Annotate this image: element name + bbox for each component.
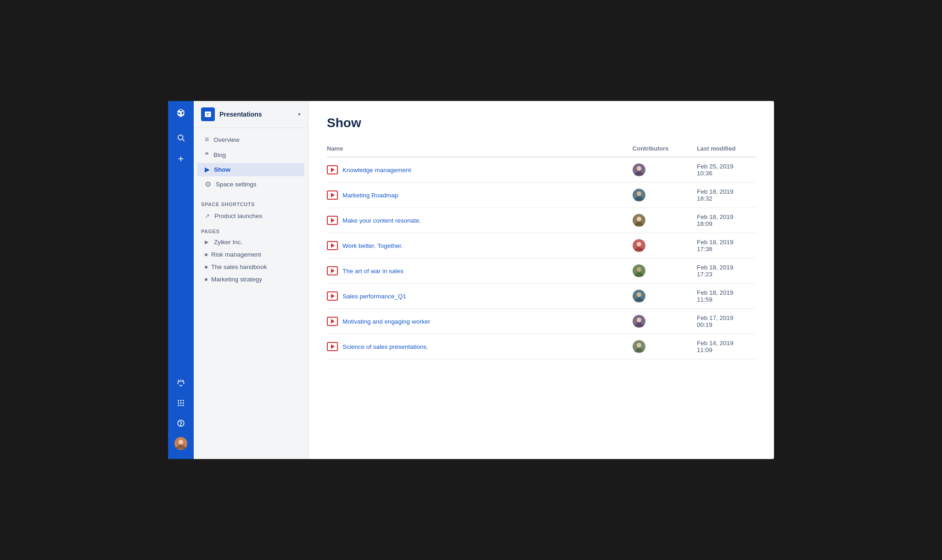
svg-point-19 — [637, 166, 641, 171]
chevron-down-icon: ▾ — [298, 111, 301, 118]
apps-icon[interactable] — [174, 397, 187, 409]
page-item-marketing-strategy[interactable]: Marketing strategy — [194, 273, 308, 286]
contributor-cell — [627, 233, 691, 258]
svg-rect-6 — [183, 400, 184, 401]
presentation-icon — [327, 266, 338, 275]
file-name-cell: Science of sales presentations. — [327, 334, 627, 359]
sidebar-nav: ≡ Overview ❝ Blog ▶ Show ⚙ Space setting… — [194, 128, 308, 196]
presentation-icon — [327, 317, 338, 326]
sidebar-item-overview-label: Overview — [213, 136, 239, 143]
table-row: Make your content resonate. Feb 18, 2019… — [327, 208, 756, 233]
search-icon[interactable] — [174, 131, 187, 144]
file-link[interactable]: Sales performance_Q1 — [342, 293, 406, 300]
presentations-table: Name Contributors Last modified Knowledg… — [327, 141, 756, 359]
contributor-cell — [627, 157, 691, 183]
table-row: Motivating and engaging worker Feb 17, 2… — [327, 309, 756, 334]
contributor-avatar — [633, 340, 645, 353]
file-link[interactable]: Science of sales presentations. — [342, 343, 428, 350]
svg-point-31 — [637, 318, 641, 322]
last-modified-cell: Feb 18, 2019 17:23 — [691, 258, 756, 284]
file-link[interactable]: Knowledge management — [342, 167, 411, 174]
presentation-icon — [327, 190, 338, 200]
bullet-icon — [205, 266, 207, 269]
show-icon: ▶ — [205, 166, 209, 173]
create-icon[interactable] — [174, 152, 187, 165]
page-item-sales-handbook[interactable]: The sales handbook — [194, 261, 308, 273]
presentation-icon — [327, 241, 338, 250]
page-item-zylker[interactable]: ▶ Zylker Inc. — [194, 236, 308, 248]
table-row: Marketing Roadmap Feb 18, 2019 18:32 — [327, 183, 756, 208]
presentation-icon — [327, 291, 338, 301]
contributor-cell — [627, 334, 691, 359]
page-label: Risk management — [211, 251, 261, 258]
col-header-contributors: Contributors — [627, 141, 691, 157]
svg-line-1 — [182, 139, 184, 141]
presentation-icon — [327, 342, 338, 351]
page-item-risk-mgmt[interactable]: Risk management — [194, 248, 308, 261]
contributor-cell — [627, 208, 691, 233]
last-modified-cell: Feb 18, 2019 11:59 — [691, 284, 756, 309]
contributor-avatar — [633, 239, 645, 252]
svg-rect-9 — [183, 403, 184, 404]
presentation-icon — [327, 165, 338, 174]
col-header-name: Name — [327, 141, 627, 157]
sidebar-item-blog-label: Blog — [213, 151, 226, 158]
file-link[interactable]: The art of war in sales — [342, 268, 404, 274]
svg-point-23 — [637, 217, 641, 221]
svg-point-14 — [181, 425, 181, 426]
sidebar-item-show-label: Show — [214, 166, 230, 173]
sidebar-item-space-settings[interactable]: ⚙ Space settings — [197, 177, 304, 192]
table-row: The art of war in sales Feb 18, 2019 17:… — [327, 258, 756, 284]
file-link[interactable]: Motivating and engaging worker — [342, 318, 430, 325]
table-row: Knowledge management Feb 25, 2019 10:36 — [327, 157, 756, 183]
svg-point-16 — [179, 440, 183, 444]
presentation-icon — [327, 216, 338, 225]
bullet-icon — [205, 253, 207, 256]
file-link[interactable]: Make your content resonate. — [342, 217, 421, 224]
main-content-area: Show Name Contributors Last modified Kno… — [308, 101, 774, 459]
shortcuts-section-label: SPACE SHORTCUTS — [194, 196, 308, 209]
shortcut-product-launches[interactable]: ↗ Product launches — [197, 209, 304, 223]
user-avatar[interactable] — [174, 437, 187, 450]
svg-point-33 — [637, 343, 641, 347]
file-name-cell: Sales performance_Q1 — [327, 284, 627, 309]
table-row: Sales performance_Q1 Feb 18, 2019 11:59 — [327, 284, 756, 309]
last-modified-cell: Feb 18, 2019 18:32 — [691, 183, 756, 208]
sidebar-item-blog[interactable]: ❝ Blog — [197, 147, 304, 162]
table-row: Science of sales presentations. Feb 14, … — [327, 334, 756, 359]
space-icon — [201, 107, 215, 121]
page-title: Show — [327, 116, 756, 130]
last-modified-cell: Feb 14, 2019 11:09 — [691, 334, 756, 359]
file-link[interactable]: Marketing Roadmap — [342, 192, 398, 199]
file-name-cell: The art of war in sales — [327, 258, 627, 284]
file-name-cell: Motivating and engaging worker — [327, 309, 627, 334]
logo-icon[interactable] — [174, 106, 187, 119]
sidebar-item-overview[interactable]: ≡ Overview — [197, 132, 304, 147]
bullet-icon — [205, 278, 207, 281]
global-nav — [168, 101, 194, 459]
external-link-icon: ↗ — [205, 213, 210, 219]
sidebar-header[interactable]: Presentations ▾ — [194, 101, 308, 128]
settings-icon: ⚙ — [205, 180, 211, 189]
svg-point-29 — [637, 292, 641, 297]
svg-rect-10 — [178, 405, 179, 406]
file-link[interactable]: Work better. Together. — [342, 242, 403, 249]
shortcut-label: Product launches — [214, 213, 262, 219]
notifications-icon[interactable] — [174, 376, 187, 389]
file-name-cell: Marketing Roadmap — [327, 183, 627, 208]
last-modified-cell: Feb 18, 2019 18:09 — [691, 208, 756, 233]
overview-icon: ≡ — [205, 135, 209, 144]
page-label: The sales handbook — [211, 263, 267, 270]
contributor-avatar — [633, 163, 645, 176]
pages-section-label: PAGES — [194, 223, 308, 236]
svg-rect-4 — [178, 400, 179, 401]
expand-chevron-icon: ▶ — [205, 239, 208, 245]
last-modified-cell: Feb 18, 2019 17:38 — [691, 233, 756, 258]
sidebar-item-settings-label: Space settings — [216, 181, 257, 188]
contributor-cell — [627, 183, 691, 208]
contributor-avatar — [633, 315, 645, 328]
svg-rect-8 — [180, 403, 182, 404]
sidebar-item-show[interactable]: ▶ Show — [197, 163, 304, 176]
help-icon[interactable] — [174, 417, 187, 430]
contributor-cell — [627, 258, 691, 284]
